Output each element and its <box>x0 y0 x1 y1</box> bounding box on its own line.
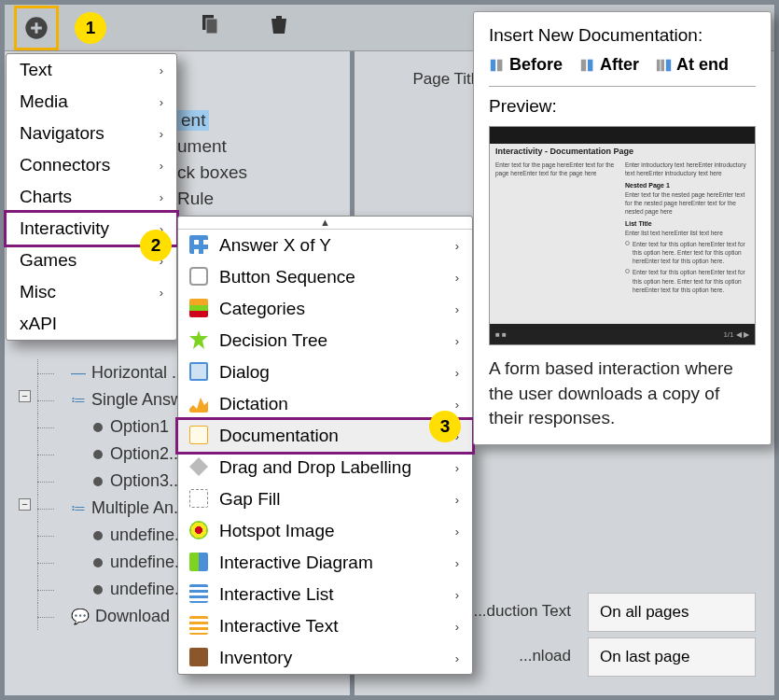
preview-text: Enter list text hereEnter list text here <box>625 230 723 236</box>
svg-rect-2 <box>206 19 217 34</box>
insert-after-button[interactable]: After <box>579 55 639 75</box>
chevron-right-icon: › <box>455 271 459 285</box>
text-icon <box>189 616 208 635</box>
menu-item-label: Interactivity <box>20 218 109 239</box>
collapse-icon[interactable]: − <box>19 390 31 402</box>
step-badge-3: 3 <box>429 411 461 442</box>
collapse-icon[interactable]: − <box>19 498 31 511</box>
submenu-item-drag-drop-labelling[interactable]: Drag and Drop Labelling› <box>178 452 472 483</box>
chevron-right-icon: › <box>160 95 163 109</box>
submenu-item-inventory[interactable]: Inventory› <box>178 642 472 674</box>
tree-icon <box>189 330 208 349</box>
preview-subhead: Nested Page 1 <box>625 181 749 190</box>
delete-button[interactable] <box>268 12 290 43</box>
chevron-right-icon: › <box>455 556 459 570</box>
preview-text: Enter introductory text hereEnter introd… <box>625 161 746 176</box>
chevron-right-icon: › <box>160 63 163 77</box>
tree-item-label: Horizontal ... <box>91 363 186 382</box>
menu-item-media[interactable]: Media› <box>7 86 176 118</box>
submenu-item-decision-tree[interactable]: Decision Tree› <box>178 325 472 357</box>
tree-item-label: Option2... <box>110 444 183 463</box>
preview-option: Enter text for this option hereEnter tex… <box>633 240 749 265</box>
svg-rect-9 <box>666 59 671 71</box>
menu-item-label: Navigators <box>20 123 104 144</box>
insert-menu[interactable]: Text› Media› Navigators› Connectors› Cha… <box>6 53 177 341</box>
submenu-item-hotspot-image[interactable]: Hotspot Image› <box>178 515 472 547</box>
submenu-item-label: Gap Fill <box>219 489 280 510</box>
chevron-right-icon: › <box>455 588 459 602</box>
copy-button[interactable] <box>199 13 221 42</box>
menu-item-label: Connectors <box>20 155 110 175</box>
svg-rect-8 <box>661 59 664 71</box>
menu-item-xapi[interactable]: xAPI <box>7 308 176 340</box>
list-icon <box>189 584 208 603</box>
add-button[interactable] <box>14 6 59 50</box>
submenu-item-label: Interactive Diagram <box>219 553 373 573</box>
obscured-tree-text: ent ument ck boxes Rule <box>177 110 247 209</box>
menu-item-charts[interactable]: Charts› <box>7 181 176 213</box>
tree-item-label: Option3... <box>110 471 183 490</box>
insert-atend-button[interactable]: At end <box>656 55 729 75</box>
tooltip-description: A form based interaction where the user … <box>489 357 756 431</box>
submenu-item-button-sequence[interactable]: Button Sequence› <box>178 261 472 293</box>
preview-heading: Interactivity - Documentation Page <box>490 144 755 159</box>
submenu-item-label: Dictation <box>219 394 288 414</box>
categories-icon <box>189 299 208 317</box>
chevron-right-icon: › <box>455 461 459 475</box>
intro-text-value[interactable]: On all pages <box>588 593 756 632</box>
tree-item-label: Download <box>95 607 170 625</box>
submenu-item-interactive-text[interactable]: Interactive Text› <box>178 610 472 642</box>
menu-item-text[interactable]: Text› <box>7 54 176 86</box>
grid-icon <box>189 235 208 254</box>
submenu-item-label: Dialog <box>219 362 270 383</box>
chevron-right-icon: › <box>455 366 459 380</box>
submenu-item-label: Drag and Drop Labelling <box>219 457 411 478</box>
tooltip-title: Insert New Documentation: <box>489 25 756 46</box>
menu-item-navigators[interactable]: Navigators› <box>7 118 176 149</box>
submenu-item-dictation[interactable]: Dictation› <box>178 388 472 420</box>
submenu-item-dialog[interactable]: Dialog› <box>178 357 472 388</box>
diagram-icon <box>189 553 208 571</box>
submenu-item-label: Hotspot Image <box>219 521 335 541</box>
interactivity-submenu[interactable]: ▲ Answer X of Y› Button Sequence› Catego… <box>177 216 473 675</box>
chevron-right-icon: › <box>455 493 459 507</box>
menu-item-connectors[interactable]: Connectors› <box>7 149 176 181</box>
chevron-right-icon: › <box>455 334 459 348</box>
chevron-right-icon: › <box>455 651 459 665</box>
svg-rect-3 <box>491 59 495 71</box>
svg-rect-4 <box>497 59 502 71</box>
download-value[interactable]: On last page <box>588 637 756 677</box>
submenu-item-label: Button Sequence <box>219 267 355 287</box>
menu-item-label: xAPI <box>20 314 57 334</box>
chevron-right-icon: › <box>455 302 459 316</box>
bullet-icon <box>93 423 103 432</box>
plus-circle-icon <box>23 15 49 41</box>
scroll-up-arrow[interactable]: ▲ <box>178 217 472 230</box>
svg-rect-7 <box>657 59 661 71</box>
menu-item-label: Misc <box>20 282 56 302</box>
hotspot-icon <box>189 521 208 539</box>
menu-item-misc[interactable]: Misc› <box>7 276 176 308</box>
copy-icon <box>199 13 221 35</box>
button-label: At end <box>676 55 729 75</box>
preview-option: Enter text for this option hereEnter tex… <box>633 268 749 293</box>
insert-after-icon <box>579 57 596 74</box>
submenu-item-categories[interactable]: Categories› <box>178 293 472 325</box>
button-icon <box>189 267 208 286</box>
insert-before-button[interactable]: Before <box>489 55 563 75</box>
submenu-item-interactive-diagram[interactable]: Interactive Diagram› <box>178 547 472 579</box>
submenu-item-label: Inventory <box>219 648 292 668</box>
submenu-item-gap-fill[interactable]: Gap Fill› <box>178 483 472 515</box>
bullet-icon <box>93 558 103 567</box>
submenu-item-answer-x-of-y[interactable]: Answer X of Y› <box>178 230 472 261</box>
dialog-icon <box>189 362 208 381</box>
submenu-item-interactive-list[interactable]: Interactive List› <box>178 579 472 610</box>
preview-footer: ■ ■1/1 ◀ ▶ <box>490 324 755 344</box>
menu-item-label: Text <box>20 60 52 80</box>
chevron-right-icon: › <box>455 398 459 412</box>
tree-item-label: Option1 <box>110 417 169 436</box>
insert-atend-icon <box>656 57 673 74</box>
document-icon <box>189 426 208 444</box>
tree-item-label: Multiple An... <box>91 498 188 517</box>
chevron-right-icon: › <box>160 159 163 173</box>
